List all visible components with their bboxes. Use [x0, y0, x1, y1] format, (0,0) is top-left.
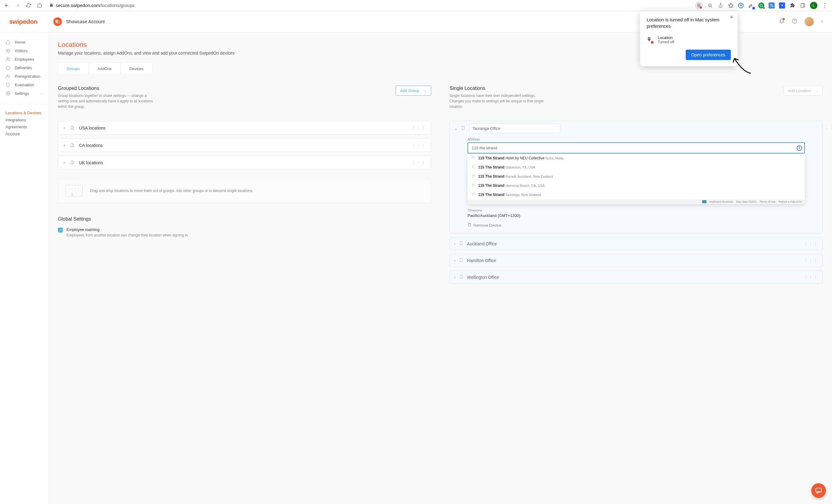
browser-menu-icon[interactable]: ⋮	[822, 2, 828, 8]
drag-handle-icon[interactable]: ⋮⋮⋮	[820, 124, 832, 129]
collapse-icon[interactable]: ⌄	[454, 126, 458, 131]
svg-point-17	[473, 184, 474, 185]
map-attribution: Keyboard shortcuts Map data ©2022 Terms …	[468, 199, 805, 204]
checkbox-checked-icon: ✓	[58, 228, 63, 233]
open-preferences-button[interactable]: Open preferences	[686, 50, 731, 60]
video-extension-icon[interactable]	[779, 2, 785, 8]
profile-avatar[interactable]: L	[810, 2, 817, 9]
sidebar-label: Integrations	[5, 117, 26, 122]
user-avatar[interactable]	[805, 17, 814, 26]
sidepanel-icon[interactable]	[800, 2, 806, 8]
location-pin-icon	[647, 37, 653, 43]
address-input[interactable]	[468, 142, 805, 154]
svg-point-8	[7, 57, 8, 59]
user-menu-chevron-icon[interactable]: ▾	[821, 20, 823, 24]
translate-extension-icon[interactable]	[769, 2, 775, 8]
home-icon	[5, 39, 10, 45]
map-footer-item[interactable]: Terms of Use	[759, 200, 776, 203]
timezone-label: Timezone	[468, 208, 805, 212]
bookmark-star-icon[interactable]	[728, 2, 734, 8]
zoom-icon[interactable]	[707, 2, 713, 8]
remove-label: Remove Device	[473, 223, 501, 228]
svg-rect-13	[462, 127, 465, 130]
home-button[interactable]	[36, 2, 43, 9]
sidebar-item-employees[interactable]: Employees	[0, 55, 49, 63]
single-location-collapsed[interactable]: › Hamilton Office ⋮⋮⋮	[449, 254, 823, 267]
account-name[interactable]: Showcase Account	[66, 19, 105, 24]
grammarly-extension-icon[interactable]: G	[758, 2, 764, 8]
map-footer-item[interactable]: Report a map error	[779, 200, 802, 203]
sidebar-item-preregistration[interactable]: Preregistration	[0, 72, 49, 80]
employee-roaming-checkbox[interactable]: ✓ Employee roaming Employees from anothe…	[58, 227, 431, 237]
sidebar-item-visitors[interactable]: Visitors	[0, 46, 49, 55]
building-icon	[459, 274, 463, 280]
account-icon	[53, 17, 62, 26]
grouped-desc: Group locations together to share settin…	[58, 93, 155, 109]
drag-handle-icon[interactable]: ⋮⋮⋮	[804, 241, 818, 246]
group-row[interactable]: + CA locations ⋮⋮⋮	[58, 138, 431, 152]
expand-icon[interactable]: +	[63, 143, 66, 148]
expand-icon[interactable]: +	[63, 160, 66, 165]
single-location-collapsed[interactable]: › Auckland Office ⋮⋮⋮	[449, 237, 823, 250]
sidebar-label: Agreements	[5, 125, 27, 129]
suggestion-item[interactable]: 115 The Strand Hotel by NEU Collective G…	[468, 154, 805, 163]
sidebar-item-account[interactable]: Account	[0, 130, 49, 137]
svg-rect-19	[460, 242, 462, 245]
suggestion-item[interactable]: 115 The Strand Tauranga, New Zealand	[468, 190, 805, 199]
tab-addons[interactable]: AddOns	[89, 63, 121, 74]
drag-handle-icon[interactable]: ⋮⋮⋮	[411, 126, 426, 130]
sidebar-item-settings[interactable]: Settings ⌄	[0, 89, 49, 98]
chevron-down-icon: ⌄	[816, 89, 818, 92]
timezone-value: Pacific/Auckland (GMT+1200)	[468, 213, 805, 218]
expand-icon[interactable]: ›	[454, 275, 455, 280]
sidebar-item-agreements[interactable]: Agreements	[0, 124, 49, 130]
add-group-button[interactable]: Add Group ⌄	[396, 86, 431, 96]
swipedon-logo[interactable]: swipedon	[9, 18, 37, 25]
popup-close-button[interactable]: ×	[730, 14, 733, 20]
add-location-button[interactable]: Add Location ⌄	[783, 86, 823, 96]
suggestion-item[interactable]: 115 The Strand Parnell, Auckland, New Ze…	[468, 172, 805, 181]
expand-icon[interactable]: ›	[454, 258, 455, 263]
expand-icon[interactable]: ›	[454, 241, 455, 246]
share-icon[interactable]	[718, 2, 724, 8]
location-name-input[interactable]	[469, 124, 561, 133]
suggestion-item[interactable]: 115 The Strand Galveston, TX, USA	[468, 163, 805, 172]
remove-device-button[interactable]: Remove Device	[468, 223, 805, 228]
reload-button[interactable]	[25, 2, 32, 9]
drag-handle-icon[interactable]: ⋮⋮⋮	[804, 275, 818, 280]
address-bar[interactable]: secure.swipedon.com/locations/groups	[47, 3, 691, 8]
help-icon[interactable]	[792, 18, 797, 25]
map-footer-item[interactable]: Keyboard shortcuts	[709, 200, 733, 203]
notifications-icon[interactable]	[779, 18, 784, 25]
group-row[interactable]: + USA locations ⋮⋮⋮	[58, 121, 431, 135]
svg-point-9	[6, 74, 8, 76]
location-blocked-icon[interactable]	[695, 2, 703, 9]
onepassword-extension-icon[interactable]: ①	[738, 3, 744, 8]
single-location-collapsed[interactable]: › Wellington Office ⋮⋮⋮	[449, 271, 823, 284]
forward-button[interactable]	[14, 2, 21, 9]
sidebar-label: Home	[15, 40, 25, 45]
sidebar-item-integrations[interactable]: Integrations	[0, 116, 49, 124]
evacuation-icon	[5, 82, 10, 87]
drag-handle-icon[interactable]: ⋮⋮⋮	[804, 258, 818, 263]
expand-icon[interactable]: +	[63, 126, 66, 130]
sidebar-item-locations-devices[interactable]: Locations & Devices	[0, 109, 49, 116]
checkbox-description: Employees from another location can chan…	[67, 233, 189, 237]
onepassword-inline-icon[interactable]: 1	[797, 145, 802, 151]
group-row[interactable]: + UK locations ⋮⋮⋮	[58, 156, 431, 169]
sidebar-item-home[interactable]: Home	[0, 38, 49, 46]
drag-hint: Drag and drop locations to move them out…	[58, 179, 431, 203]
visitors-icon	[5, 48, 10, 53]
sidebar-item-deliveries[interactable]: Deliveries	[0, 63, 49, 72]
sidebar-item-evacuation[interactable]: Evacuation	[0, 80, 49, 89]
tab-devices[interactable]: Devices	[121, 63, 152, 74]
drag-handle-icon[interactable]: ⋮⋮⋮	[411, 160, 426, 165]
back-button[interactable]	[3, 2, 10, 9]
drag-handle-icon[interactable]: ⋮⋮⋮	[411, 143, 426, 148]
location-name: Hamilton Office	[467, 258, 800, 263]
eyedropper-extension-icon[interactable]	[748, 2, 754, 8]
suggestion-item[interactable]: 115 The Strand Hermosa Beach, CA, USA	[468, 181, 805, 190]
tab-groups[interactable]: Groups	[58, 63, 89, 74]
extensions-puzzle-icon[interactable]	[789, 2, 796, 8]
intercom-chat-button[interactable]	[811, 483, 826, 498]
